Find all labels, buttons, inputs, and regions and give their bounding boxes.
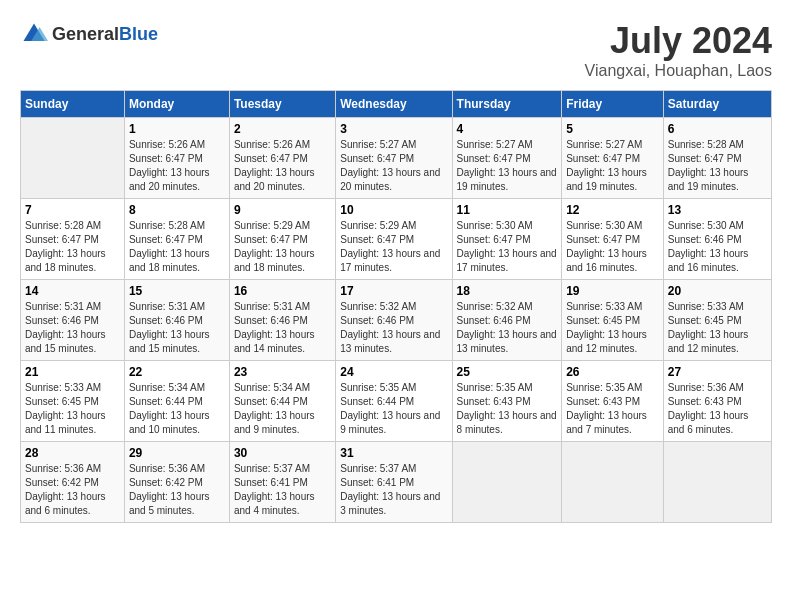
day-number: 4 [457,122,558,136]
calendar-cell: 2Sunrise: 5:26 AM Sunset: 6:47 PM Daylig… [229,118,335,199]
day-info: Sunrise: 5:30 AM Sunset: 6:47 PM Dayligh… [457,219,558,275]
day-number: 21 [25,365,120,379]
day-info: Sunrise: 5:28 AM Sunset: 6:47 PM Dayligh… [668,138,767,194]
day-number: 11 [457,203,558,217]
column-header-friday: Friday [562,91,664,118]
day-info: Sunrise: 5:35 AM Sunset: 6:44 PM Dayligh… [340,381,447,437]
day-number: 15 [129,284,225,298]
logo-blue: Blue [119,24,158,44]
column-header-tuesday: Tuesday [229,91,335,118]
day-info: Sunrise: 5:31 AM Sunset: 6:46 PM Dayligh… [234,300,331,356]
day-number: 29 [129,446,225,460]
day-number: 31 [340,446,447,460]
calendar-cell: 6Sunrise: 5:28 AM Sunset: 6:47 PM Daylig… [663,118,771,199]
calendar-cell: 30Sunrise: 5:37 AM Sunset: 6:41 PM Dayli… [229,442,335,523]
day-number: 28 [25,446,120,460]
day-number: 25 [457,365,558,379]
day-info: Sunrise: 5:34 AM Sunset: 6:44 PM Dayligh… [234,381,331,437]
day-number: 13 [668,203,767,217]
day-info: Sunrise: 5:35 AM Sunset: 6:43 PM Dayligh… [457,381,558,437]
logo: GeneralBlue [20,20,158,48]
calendar-cell: 29Sunrise: 5:36 AM Sunset: 6:42 PM Dayli… [124,442,229,523]
day-info: Sunrise: 5:32 AM Sunset: 6:46 PM Dayligh… [457,300,558,356]
main-title: July 2024 [585,20,772,62]
title-area: July 2024 Viangxai, Houaphan, Laos [585,20,772,80]
calendar-cell: 31Sunrise: 5:37 AM Sunset: 6:41 PM Dayli… [336,442,452,523]
day-info: Sunrise: 5:33 AM Sunset: 6:45 PM Dayligh… [25,381,120,437]
day-number: 7 [25,203,120,217]
week-row-5: 28Sunrise: 5:36 AM Sunset: 6:42 PM Dayli… [21,442,772,523]
column-header-thursday: Thursday [452,91,562,118]
day-number: 16 [234,284,331,298]
day-info: Sunrise: 5:36 AM Sunset: 6:42 PM Dayligh… [129,462,225,518]
logo-general: General [52,24,119,44]
day-info: Sunrise: 5:35 AM Sunset: 6:43 PM Dayligh… [566,381,659,437]
day-number: 18 [457,284,558,298]
day-number: 23 [234,365,331,379]
column-header-wednesday: Wednesday [336,91,452,118]
calendar-cell: 3Sunrise: 5:27 AM Sunset: 6:47 PM Daylig… [336,118,452,199]
calendar-cell: 7Sunrise: 5:28 AM Sunset: 6:47 PM Daylig… [21,199,125,280]
week-row-2: 7Sunrise: 5:28 AM Sunset: 6:47 PM Daylig… [21,199,772,280]
calendar-cell: 18Sunrise: 5:32 AM Sunset: 6:46 PM Dayli… [452,280,562,361]
calendar-cell: 22Sunrise: 5:34 AM Sunset: 6:44 PM Dayli… [124,361,229,442]
day-info: Sunrise: 5:36 AM Sunset: 6:43 PM Dayligh… [668,381,767,437]
calendar-cell [21,118,125,199]
week-row-3: 14Sunrise: 5:31 AM Sunset: 6:46 PM Dayli… [21,280,772,361]
day-number: 1 [129,122,225,136]
day-info: Sunrise: 5:34 AM Sunset: 6:44 PM Dayligh… [129,381,225,437]
day-number: 30 [234,446,331,460]
calendar-cell: 17Sunrise: 5:32 AM Sunset: 6:46 PM Dayli… [336,280,452,361]
day-number: 3 [340,122,447,136]
calendar-cell: 28Sunrise: 5:36 AM Sunset: 6:42 PM Dayli… [21,442,125,523]
calendar-cell: 10Sunrise: 5:29 AM Sunset: 6:47 PM Dayli… [336,199,452,280]
subtitle: Viangxai, Houaphan, Laos [585,62,772,80]
day-number: 27 [668,365,767,379]
day-number: 12 [566,203,659,217]
calendar-cell [663,442,771,523]
day-number: 14 [25,284,120,298]
day-number: 9 [234,203,331,217]
calendar-cell: 5Sunrise: 5:27 AM Sunset: 6:47 PM Daylig… [562,118,664,199]
calendar-cell: 19Sunrise: 5:33 AM Sunset: 6:45 PM Dayli… [562,280,664,361]
day-number: 22 [129,365,225,379]
calendar-cell: 13Sunrise: 5:30 AM Sunset: 6:46 PM Dayli… [663,199,771,280]
column-header-saturday: Saturday [663,91,771,118]
calendar-cell: 4Sunrise: 5:27 AM Sunset: 6:47 PM Daylig… [452,118,562,199]
logo-icon [20,20,48,48]
calendar-cell: 14Sunrise: 5:31 AM Sunset: 6:46 PM Dayli… [21,280,125,361]
column-header-monday: Monday [124,91,229,118]
day-info: Sunrise: 5:30 AM Sunset: 6:46 PM Dayligh… [668,219,767,275]
day-info: Sunrise: 5:32 AM Sunset: 6:46 PM Dayligh… [340,300,447,356]
calendar-cell: 20Sunrise: 5:33 AM Sunset: 6:45 PM Dayli… [663,280,771,361]
day-info: Sunrise: 5:33 AM Sunset: 6:45 PM Dayligh… [668,300,767,356]
header: GeneralBlue July 2024 Viangxai, Houaphan… [20,20,772,80]
calendar-cell: 21Sunrise: 5:33 AM Sunset: 6:45 PM Dayli… [21,361,125,442]
day-number: 10 [340,203,447,217]
day-number: 6 [668,122,767,136]
day-number: 8 [129,203,225,217]
week-row-4: 21Sunrise: 5:33 AM Sunset: 6:45 PM Dayli… [21,361,772,442]
calendar-cell: 11Sunrise: 5:30 AM Sunset: 6:47 PM Dayli… [452,199,562,280]
day-info: Sunrise: 5:36 AM Sunset: 6:42 PM Dayligh… [25,462,120,518]
calendar-cell: 15Sunrise: 5:31 AM Sunset: 6:46 PM Dayli… [124,280,229,361]
calendar-cell: 9Sunrise: 5:29 AM Sunset: 6:47 PM Daylig… [229,199,335,280]
day-info: Sunrise: 5:33 AM Sunset: 6:45 PM Dayligh… [566,300,659,356]
calendar-cell: 8Sunrise: 5:28 AM Sunset: 6:47 PM Daylig… [124,199,229,280]
day-info: Sunrise: 5:31 AM Sunset: 6:46 PM Dayligh… [25,300,120,356]
day-info: Sunrise: 5:37 AM Sunset: 6:41 PM Dayligh… [340,462,447,518]
day-number: 20 [668,284,767,298]
calendar-cell: 26Sunrise: 5:35 AM Sunset: 6:43 PM Dayli… [562,361,664,442]
day-number: 26 [566,365,659,379]
day-info: Sunrise: 5:31 AM Sunset: 6:46 PM Dayligh… [129,300,225,356]
week-row-1: 1Sunrise: 5:26 AM Sunset: 6:47 PM Daylig… [21,118,772,199]
day-info: Sunrise: 5:26 AM Sunset: 6:47 PM Dayligh… [234,138,331,194]
calendar-cell: 27Sunrise: 5:36 AM Sunset: 6:43 PM Dayli… [663,361,771,442]
day-info: Sunrise: 5:26 AM Sunset: 6:47 PM Dayligh… [129,138,225,194]
calendar-cell: 24Sunrise: 5:35 AM Sunset: 6:44 PM Dayli… [336,361,452,442]
calendar-cell [452,442,562,523]
day-info: Sunrise: 5:27 AM Sunset: 6:47 PM Dayligh… [566,138,659,194]
day-info: Sunrise: 5:30 AM Sunset: 6:47 PM Dayligh… [566,219,659,275]
day-info: Sunrise: 5:28 AM Sunset: 6:47 PM Dayligh… [25,219,120,275]
day-number: 5 [566,122,659,136]
